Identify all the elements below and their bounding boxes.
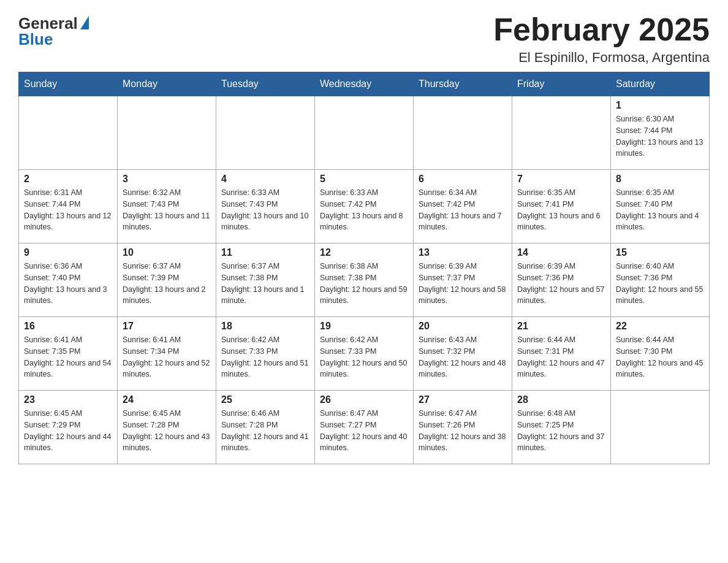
day-number: 7 xyxy=(517,174,605,185)
day-number: 5 xyxy=(320,174,408,185)
day-info: Sunrise: 6:45 AMSunset: 7:28 PMDaylight:… xyxy=(123,408,211,454)
calendar-cell: 6Sunrise: 6:34 AMSunset: 7:42 PMDaylight… xyxy=(414,170,512,243)
day-info: Sunrise: 6:35 AMSunset: 7:41 PMDaylight:… xyxy=(517,187,605,233)
logo-triangle-icon xyxy=(80,16,89,29)
day-number: 8 xyxy=(616,174,704,185)
calendar-cell: 21Sunrise: 6:44 AMSunset: 7:31 PMDayligh… xyxy=(512,317,611,391)
day-number: 1 xyxy=(616,100,704,111)
day-number: 16 xyxy=(24,321,112,332)
day-number: 24 xyxy=(123,394,211,405)
calendar-table: SundayMondayTuesdayWednesdayThursdayFrid… xyxy=(18,72,710,464)
day-header-friday: Friday xyxy=(512,72,611,96)
calendar-cell: 26Sunrise: 6:47 AMSunset: 7:27 PMDayligh… xyxy=(315,391,414,464)
day-header-wednesday: Wednesday xyxy=(315,72,414,96)
day-info: Sunrise: 6:31 AMSunset: 7:44 PMDaylight:… xyxy=(24,187,112,233)
day-info: Sunrise: 6:39 AMSunset: 7:37 PMDaylight:… xyxy=(419,261,507,307)
day-header-saturday: Saturday xyxy=(611,72,710,96)
calendar-week-row: 9Sunrise: 6:36 AMSunset: 7:40 PMDaylight… xyxy=(19,243,710,317)
day-number: 2 xyxy=(24,174,112,185)
day-info: Sunrise: 6:41 AMSunset: 7:35 PMDaylight:… xyxy=(24,334,112,380)
calendar-cell xyxy=(611,391,710,464)
calendar-header-row: SundayMondayTuesdayWednesdayThursdayFrid… xyxy=(19,72,710,96)
page-title: February 2025 xyxy=(493,12,710,47)
day-number: 10 xyxy=(123,247,211,258)
day-info: Sunrise: 6:37 AMSunset: 7:38 PMDaylight:… xyxy=(221,261,309,307)
calendar-cell: 12Sunrise: 6:38 AMSunset: 7:38 PMDayligh… xyxy=(315,243,414,317)
day-header-monday: Monday xyxy=(118,72,216,96)
calendar-week-row: 2Sunrise: 6:31 AMSunset: 7:44 PMDaylight… xyxy=(19,170,710,243)
title-block: February 2025 El Espinillo, Formosa, Arg… xyxy=(493,12,710,66)
day-info: Sunrise: 6:34 AMSunset: 7:42 PMDaylight:… xyxy=(419,187,507,233)
day-number: 26 xyxy=(320,394,408,405)
day-info: Sunrise: 6:35 AMSunset: 7:40 PMDaylight:… xyxy=(616,187,704,233)
day-number: 20 xyxy=(419,321,507,332)
calendar-cell: 27Sunrise: 6:47 AMSunset: 7:26 PMDayligh… xyxy=(414,391,512,464)
day-number: 11 xyxy=(221,247,309,258)
logo-general-text: General xyxy=(18,15,78,31)
calendar-cell: 2Sunrise: 6:31 AMSunset: 7:44 PMDaylight… xyxy=(19,170,118,243)
calendar-cell: 20Sunrise: 6:43 AMSunset: 7:32 PMDayligh… xyxy=(414,317,512,391)
day-info: Sunrise: 6:42 AMSunset: 7:33 PMDaylight:… xyxy=(221,334,309,380)
calendar-week-row: 16Sunrise: 6:41 AMSunset: 7:35 PMDayligh… xyxy=(19,317,710,391)
day-info: Sunrise: 6:39 AMSunset: 7:36 PMDaylight:… xyxy=(517,261,605,307)
day-info: Sunrise: 6:36 AMSunset: 7:40 PMDaylight:… xyxy=(24,261,112,307)
day-number: 15 xyxy=(616,247,704,258)
day-info: Sunrise: 6:30 AMSunset: 7:44 PMDaylight:… xyxy=(616,113,704,159)
day-number: 27 xyxy=(419,394,507,405)
calendar-cell: 23Sunrise: 6:45 AMSunset: 7:29 PMDayligh… xyxy=(19,391,118,464)
day-header-sunday: Sunday xyxy=(19,72,118,96)
day-info: Sunrise: 6:40 AMSunset: 7:36 PMDaylight:… xyxy=(616,261,704,307)
day-number: 17 xyxy=(123,321,211,332)
calendar-cell: 8Sunrise: 6:35 AMSunset: 7:40 PMDaylight… xyxy=(611,170,710,243)
day-info: Sunrise: 6:47 AMSunset: 7:27 PMDaylight:… xyxy=(320,408,408,454)
calendar-cell: 14Sunrise: 6:39 AMSunset: 7:36 PMDayligh… xyxy=(512,243,611,317)
calendar-cell xyxy=(118,96,216,170)
day-info: Sunrise: 6:38 AMSunset: 7:38 PMDaylight:… xyxy=(320,261,408,307)
calendar-cell xyxy=(315,96,414,170)
calendar-week-row: 1Sunrise: 6:30 AMSunset: 7:44 PMDaylight… xyxy=(19,96,710,170)
day-info: Sunrise: 6:46 AMSunset: 7:28 PMDaylight:… xyxy=(221,408,309,454)
day-number: 28 xyxy=(517,394,605,405)
calendar-cell: 16Sunrise: 6:41 AMSunset: 7:35 PMDayligh… xyxy=(19,317,118,391)
calendar-cell: 9Sunrise: 6:36 AMSunset: 7:40 PMDaylight… xyxy=(19,243,118,317)
day-number: 14 xyxy=(517,247,605,258)
day-number: 9 xyxy=(24,247,112,258)
logo: General Blue xyxy=(18,12,89,47)
calendar-cell: 24Sunrise: 6:45 AMSunset: 7:28 PMDayligh… xyxy=(118,391,216,464)
day-info: Sunrise: 6:43 AMSunset: 7:32 PMDaylight:… xyxy=(419,334,507,380)
day-info: Sunrise: 6:33 AMSunset: 7:43 PMDaylight:… xyxy=(221,187,309,233)
calendar-cell: 10Sunrise: 6:37 AMSunset: 7:39 PMDayligh… xyxy=(118,243,216,317)
calendar-cell: 4Sunrise: 6:33 AMSunset: 7:43 PMDaylight… xyxy=(216,170,315,243)
day-number: 25 xyxy=(221,394,309,405)
calendar-week-row: 23Sunrise: 6:45 AMSunset: 7:29 PMDayligh… xyxy=(19,391,710,464)
page-subtitle: El Espinillo, Formosa, Argentina xyxy=(493,50,710,66)
day-info: Sunrise: 6:41 AMSunset: 7:34 PMDaylight:… xyxy=(123,334,211,380)
calendar-cell: 28Sunrise: 6:48 AMSunset: 7:25 PMDayligh… xyxy=(512,391,611,464)
day-number: 4 xyxy=(221,174,309,185)
day-info: Sunrise: 6:37 AMSunset: 7:39 PMDaylight:… xyxy=(123,261,211,307)
calendar-cell: 17Sunrise: 6:41 AMSunset: 7:34 PMDayligh… xyxy=(118,317,216,391)
day-info: Sunrise: 6:33 AMSunset: 7:42 PMDaylight:… xyxy=(320,187,408,233)
day-info: Sunrise: 6:44 AMSunset: 7:31 PMDaylight:… xyxy=(517,334,605,380)
day-number: 19 xyxy=(320,321,408,332)
calendar-cell: 3Sunrise: 6:32 AMSunset: 7:43 PMDaylight… xyxy=(118,170,216,243)
day-number: 23 xyxy=(24,394,112,405)
day-header-tuesday: Tuesday xyxy=(216,72,315,96)
calendar-cell xyxy=(216,96,315,170)
calendar-cell: 5Sunrise: 6:33 AMSunset: 7:42 PMDaylight… xyxy=(315,170,414,243)
day-info: Sunrise: 6:47 AMSunset: 7:26 PMDaylight:… xyxy=(419,408,507,454)
calendar-cell: 15Sunrise: 6:40 AMSunset: 7:36 PMDayligh… xyxy=(611,243,710,317)
day-info: Sunrise: 6:45 AMSunset: 7:29 PMDaylight:… xyxy=(24,408,112,454)
day-number: 6 xyxy=(419,174,507,185)
day-info: Sunrise: 6:48 AMSunset: 7:25 PMDaylight:… xyxy=(517,408,605,454)
day-number: 22 xyxy=(616,321,704,332)
calendar-cell: 7Sunrise: 6:35 AMSunset: 7:41 PMDaylight… xyxy=(512,170,611,243)
calendar-cell xyxy=(414,96,512,170)
day-info: Sunrise: 6:44 AMSunset: 7:30 PMDaylight:… xyxy=(616,334,704,380)
calendar-cell xyxy=(512,96,611,170)
day-number: 21 xyxy=(517,321,605,332)
calendar-cell: 11Sunrise: 6:37 AMSunset: 7:38 PMDayligh… xyxy=(216,243,315,317)
calendar-cell: 1Sunrise: 6:30 AMSunset: 7:44 PMDaylight… xyxy=(611,96,710,170)
calendar-cell: 18Sunrise: 6:42 AMSunset: 7:33 PMDayligh… xyxy=(216,317,315,391)
day-number: 12 xyxy=(320,247,408,258)
